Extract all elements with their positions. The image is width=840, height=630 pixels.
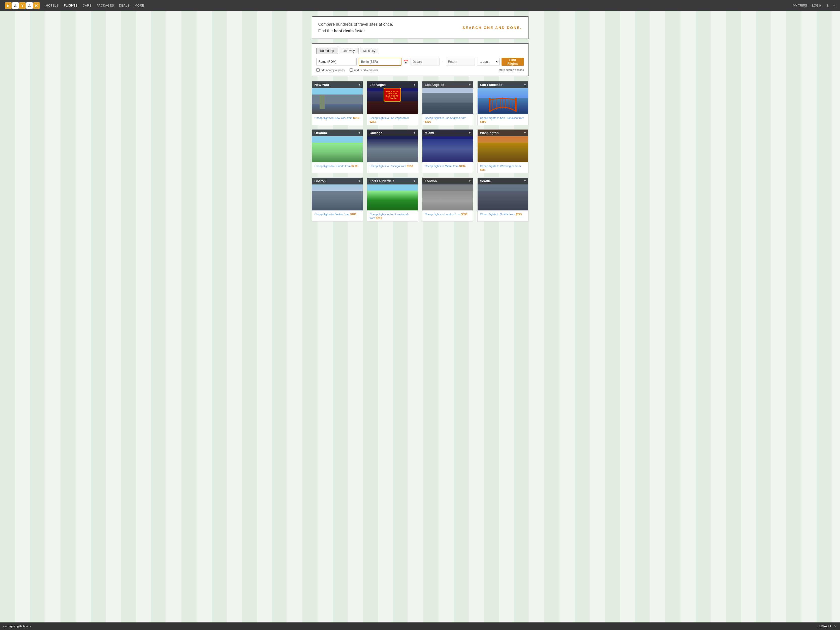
dest-name: Fort Lauderdale (370, 179, 395, 183)
logo-a2: A (26, 2, 33, 9)
banner-line2: Find the best deals faster. (318, 28, 393, 34)
dest-card-header: New York ▾ (312, 81, 363, 88)
destination-card-los-angeles[interactable]: Los Angeles ▾ Cheap flights to Los Angel… (422, 81, 473, 125)
nav-hotels[interactable]: HOTELS (46, 4, 59, 7)
dest-price-link[interactable]: Cheap flights to Boston from $189 (314, 213, 356, 216)
dest-card-footer: Cheap flights to New York from $316 (312, 114, 363, 121)
nearby-airports-to-checkbox[interactable] (350, 68, 353, 71)
dest-name: Boston (314, 179, 326, 183)
nav-cars[interactable]: CARS (83, 4, 92, 7)
more-search-options[interactable]: More search options (499, 68, 524, 71)
dest-card-footer: Cheap flights to Boston from $189 (312, 210, 363, 218)
dest-card-footer: Cheap flights to San Francisco from $290 (478, 114, 528, 125)
dest-card-header: Miami ▾ (422, 129, 473, 136)
dest-card-header: Orlando ▾ (312, 129, 363, 136)
nearby-airports-to-label[interactable]: add nearby airports (350, 68, 378, 71)
dest-card-header: Fort Lauderdale ▾ (367, 178, 418, 185)
dest-card-footer: Cheap flights to Las Vegas from $263 (367, 114, 418, 125)
date-separator: - (442, 60, 444, 64)
chevron-down-icon: ▾ (524, 131, 526, 134)
dest-card-header: Los Angeles ▾ (422, 81, 473, 88)
dest-price-link[interactable]: Cheap flights to Orlando from $218 (314, 164, 358, 167)
chevron-down-icon: ▾ (358, 83, 360, 87)
destination-card-new-york[interactable]: New York ▾ Cheap flights to New York fro… (312, 81, 363, 125)
menu-icon[interactable]: ≡ (833, 4, 835, 7)
dest-name: Chicago (370, 131, 382, 135)
currency-selector[interactable]: $ (826, 4, 828, 7)
from-airport-input[interactable] (316, 58, 357, 66)
tab-multi-city[interactable]: Multi-city (360, 47, 379, 54)
dest-name: Miami (425, 131, 434, 135)
destination-card-miami[interactable]: Miami ▾ Cheap flights to Miami from $194 (422, 129, 473, 174)
destinations-grid: New York ▾ Cheap flights to New York fro… (312, 81, 529, 221)
dest-name: Orlando (314, 131, 327, 135)
dest-price: $194 (459, 164, 465, 167)
dest-card-header: San Francisco ▾ (478, 81, 528, 88)
dest-price-link[interactable]: Cheap flights to Las Vegas from $263 (370, 117, 409, 123)
dest-price: $218 (351, 164, 357, 167)
dest-price-link[interactable]: Cheap flights to San Francisco from $290 (480, 117, 524, 123)
dest-price-link[interactable]: Cheap flights to Seattle from $275 (480, 213, 522, 216)
dest-price-link[interactable]: Cheap flights to Fort Lauderdale from $2… (370, 213, 409, 219)
nav-deals[interactable]: DEALS (119, 4, 129, 7)
destination-card-seattle[interactable]: Seattle ▾ Cheap flights to Seattle from … (477, 177, 529, 221)
dest-price: $399 (461, 213, 467, 216)
tab-one-way[interactable]: One-way (339, 47, 358, 54)
dest-price-link[interactable]: Cheap flights to Chicago from $150 (370, 164, 413, 167)
dest-price: $275 (516, 213, 522, 216)
dest-price: $210 (376, 216, 382, 219)
dest-price-link[interactable]: Cheap flights to New York from $316 (314, 117, 360, 120)
dest-price-link[interactable]: Cheap flights to London from $399 (425, 213, 467, 216)
dest-price: $290 (480, 120, 486, 123)
banner-text: Compare hundreds of travel sites at once… (318, 21, 393, 34)
depart-date-input[interactable] (411, 58, 440, 66)
passengers-select[interactable]: 1 adult (477, 58, 499, 66)
dest-card-footer: Cheap flights to Miami from $194 (422, 162, 473, 169)
dest-price-link[interactable]: Cheap flights to Miami from $194 (425, 164, 466, 167)
chevron-down-icon: ▾ (469, 83, 471, 87)
destination-card-san-francisco[interactable]: San Francisco ▾ Cheap flights (477, 81, 529, 125)
tab-round-trip[interactable]: Round-trip (316, 47, 338, 54)
search-options-row: add nearby airports add nearby airports … (316, 68, 524, 71)
destination-card-chicago[interactable]: Chicago ▾ Cheap flights to Chicago from … (367, 129, 418, 174)
dest-card-footer: Cheap flights to Washington from $98 (478, 162, 528, 173)
to-airport-input[interactable] (358, 58, 401, 66)
dest-card-header: Washington ▾ (478, 129, 528, 136)
destination-card-boston[interactable]: Boston ▾ Cheap flights to Boston from $1… (312, 177, 363, 221)
chevron-down-icon: ▾ (524, 179, 526, 183)
dest-price-link[interactable]: Cheap flights to Washington from $98 (480, 164, 521, 171)
find-flights-button[interactable]: Find Flights (502, 58, 524, 66)
nav-flights[interactable]: FLIGHTS (64, 4, 77, 7)
dest-card-footer: Cheap flights to London from $399 (422, 210, 473, 218)
logo-k2: K (33, 2, 40, 9)
nav-packages[interactable]: PACKAGES (96, 4, 114, 7)
kayak-logo[interactable]: K A Y A K (5, 2, 40, 9)
dest-card-footer: Cheap flights to Chicago from $150 (367, 162, 418, 169)
dest-name: Los Angeles (425, 83, 444, 87)
destination-card-london[interactable]: London ▾ Cheap flights to London from $3… (422, 177, 473, 221)
destination-card-fort-lauderdale[interactable]: Fort Lauderdale ▾ Cheap flights to Fort … (367, 177, 418, 221)
dest-price-link[interactable]: Cheap flights to Los Angeles from $316 (425, 117, 466, 123)
banner-tagline: SEARCH ONE AND DONE. (463, 26, 522, 30)
golden-gate-bridge (488, 95, 518, 113)
calendar-icon[interactable]: 📅 (404, 60, 409, 64)
banner-line1: Compare hundreds of travel sites at once… (318, 21, 393, 28)
dest-card-header: Seattle ▾ (478, 178, 528, 185)
dest-price: $189 (350, 213, 356, 216)
nearby-airports-from-label[interactable]: add nearby airports (316, 68, 345, 71)
nav-more[interactable]: MORE (134, 4, 144, 7)
login-link[interactable]: LOGIN (812, 4, 821, 7)
chevron-down-icon: ▾ (414, 131, 415, 134)
my-trips-link[interactable]: MY TRIPS (793, 4, 807, 7)
search-fields: 📅 - 1 adult Find Flights (316, 58, 524, 66)
return-date-input[interactable] (446, 58, 475, 66)
chevron-down-icon: ▾ (358, 179, 360, 183)
destination-card-las-vegas[interactable]: Las Vegas ▾ Welcome toFabulousLAS VEGASN… (367, 81, 418, 125)
logo-y: Y (19, 2, 26, 9)
flight-search-box: Round-trip One-way Multi-city 📅 - 1 adul… (312, 43, 529, 76)
destination-card-washington[interactable]: Washington ▾ Cheap flights to Washington… (477, 129, 529, 174)
main-content: Compare hundreds of travel sites at once… (307, 11, 534, 227)
dest-card-footer: Cheap flights to Fort Lauderdale from $2… (367, 210, 418, 221)
nearby-airports-from-checkbox[interactable] (316, 68, 320, 71)
destination-card-orlando[interactable]: Orlando ▾ Cheap flights to Orlando from … (312, 129, 363, 174)
